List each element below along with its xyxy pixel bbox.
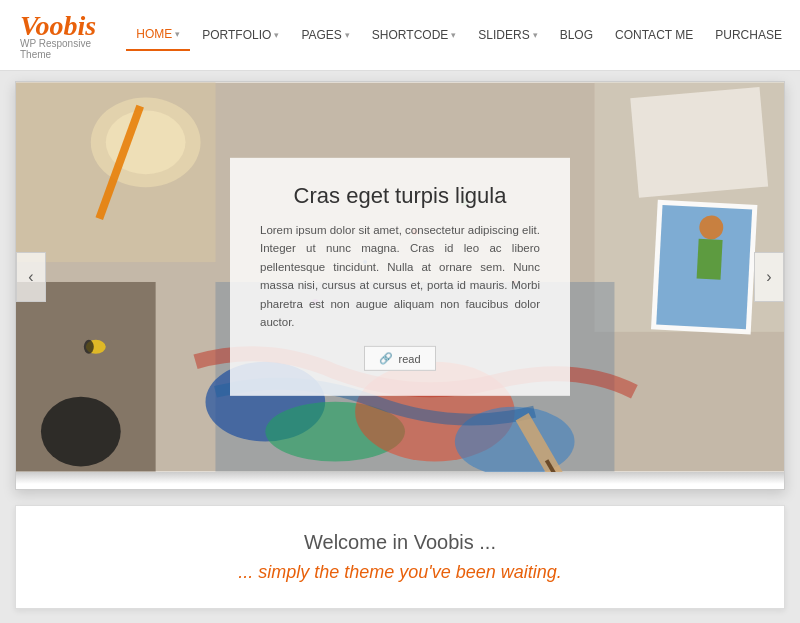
main-content: ‹ Cras eget turpis ligula Lorem ipsum do… (0, 71, 800, 619)
svg-point-21 (84, 340, 94, 354)
slider-prev-button[interactable]: ‹ (16, 252, 46, 302)
nav-item-blog[interactable]: BLOG (550, 20, 603, 50)
slide-body: Lorem ipsum dolor sit amet, consectetur … (260, 221, 540, 331)
nav-item-pages[interactable]: PAGES▾ (291, 20, 359, 50)
chevron-down-icon: ▾ (345, 30, 350, 40)
chevron-down-icon: ▾ (533, 30, 538, 40)
chevron-down-icon: ▾ (175, 29, 180, 39)
slider-next-button[interactable]: › (754, 252, 784, 302)
svg-rect-6 (630, 87, 768, 198)
slide-title: Cras eget turpis ligula (260, 183, 540, 209)
nav-item-sliders[interactable]: SLIDERS▾ (468, 20, 547, 50)
main-nav: HOME▾PORTFOLIO▾PAGES▾SHORTCODE▾SLIDERS▾B… (126, 19, 792, 51)
chevron-down-icon: ▾ (451, 30, 456, 40)
nav-item-portfolio[interactable]: PORTFOLIO▾ (192, 20, 289, 50)
nav-item-shortcode[interactable]: SHORTCODE▾ (362, 20, 466, 50)
link-icon: 🔗 (379, 352, 393, 365)
welcome-section: Welcome in Voobis ... ... simply the the… (15, 505, 785, 609)
svg-point-19 (41, 397, 121, 467)
logo-area: Voobis WP Responsive Theme (20, 10, 96, 60)
header: Voobis WP Responsive Theme HOME▾PORTFOLI… (0, 0, 800, 71)
read-button[interactable]: 🔗 read (364, 346, 435, 371)
nav-item-purchase[interactable]: PURCHASE (705, 20, 792, 50)
logo-subtitle: WP Responsive Theme (20, 38, 96, 60)
slider: ‹ Cras eget turpis ligula Lorem ipsum do… (16, 82, 784, 472)
nav-item-home[interactable]: HOME▾ (126, 19, 190, 51)
svg-rect-10 (697, 239, 723, 280)
nav-item-contact-me[interactable]: CONTACT ME (605, 20, 703, 50)
slider-wrapper: ‹ Cras eget turpis ligula Lorem ipsum do… (15, 81, 785, 490)
slider-shadow (16, 472, 784, 484)
read-label: read (398, 353, 420, 365)
welcome-subtitle: ... simply the theme you've been waiting… (46, 562, 754, 583)
slide-content-box: Cras eget turpis ligula Lorem ipsum dolo… (230, 158, 570, 396)
welcome-title: Welcome in Voobis ... (46, 531, 754, 554)
chevron-down-icon: ▾ (274, 30, 279, 40)
